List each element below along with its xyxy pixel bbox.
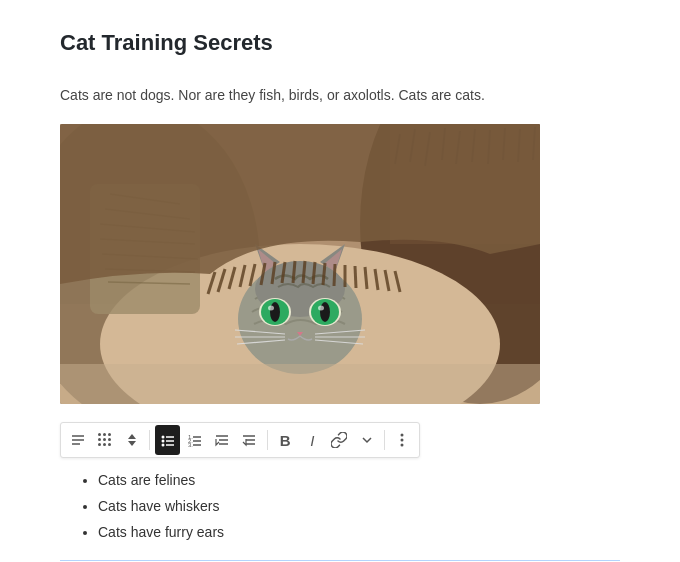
toolbar-separator-3 [384,430,385,450]
svg-line-40 [313,262,315,284]
post-intro: Cats are not dogs. Nor are they fish, bi… [60,84,620,106]
svg-rect-64 [60,364,540,404]
toolbar-align-button[interactable] [65,425,90,455]
toolbar-link-button[interactable] [327,425,352,455]
svg-line-41 [323,263,325,285]
list-item-1[interactable]: Cats are felines [98,468,620,494]
svg-line-39 [303,261,305,283]
cat-image-block[interactable] [60,124,540,404]
toolbar-indent-button[interactable] [209,425,234,455]
svg-point-51 [270,302,280,322]
svg-point-55 [320,302,330,322]
toolbar-outdent-button[interactable] [237,425,262,455]
list-item-2[interactable]: Cats have whiskers [98,494,620,520]
svg-text:3.: 3. [188,442,193,448]
svg-point-56 [318,306,324,311]
svg-line-45 [365,267,367,289]
svg-point-86 [401,434,404,437]
svg-point-72 [161,444,164,447]
svg-line-44 [355,266,356,288]
svg-point-70 [161,440,164,443]
toolbar-dropdown-button[interactable] [354,425,379,455]
toolbar-separator-1 [149,430,150,450]
toolbar-italic-button[interactable]: I [300,425,325,455]
list-item-3[interactable]: Cats have furry ears [98,520,620,546]
svg-line-38 [293,261,295,283]
post-title: Cat Training Secrets [60,30,620,56]
svg-point-52 [268,306,274,311]
bullet-list: Cats are felines Cats have whiskers Cats… [80,468,620,545]
svg-line-42 [334,264,335,286]
toolbar-grid-button[interactable] [92,425,117,455]
toolbar-bold-button[interactable]: B [273,425,298,455]
list-block[interactable]: Cats are felines Cats have whiskers Cats… [60,468,620,545]
block-toolbar: 1. 2. 3. [60,422,420,458]
svg-point-88 [401,444,404,447]
toolbar-move-button[interactable] [119,425,144,455]
svg-point-68 [161,436,164,439]
toolbar-ordered-list-button[interactable]: 1. 2. 3. [182,425,207,455]
toolbar-more-button[interactable] [390,425,415,455]
toolbar-separator-2 [267,430,268,450]
svg-point-87 [401,439,404,442]
toolbar-unordered-list-button[interactable] [155,425,180,455]
